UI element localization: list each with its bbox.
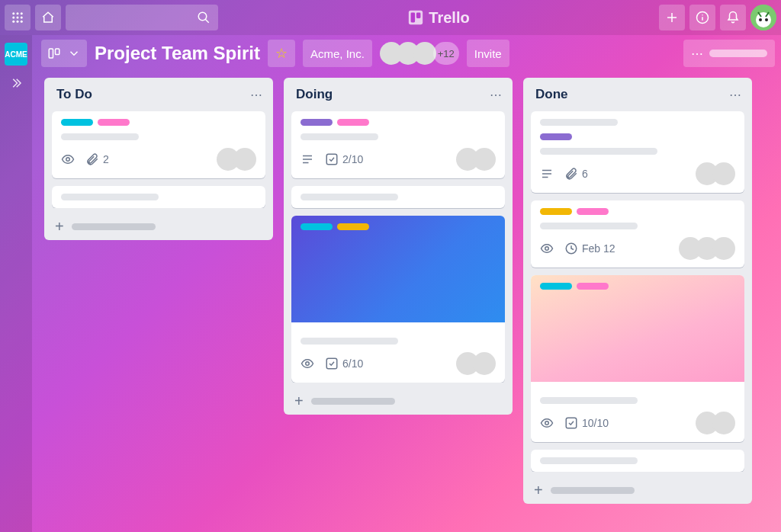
label-cyan[interactable] — [540, 283, 572, 290]
card[interactable] — [52, 186, 265, 208]
card-members — [696, 162, 735, 185]
member-avatar[interactable] — [473, 352, 496, 375]
more-icon: ⋯ — [691, 46, 703, 61]
board-icon — [47, 46, 61, 60]
card-labels — [301, 119, 496, 126]
search-icon — [197, 11, 211, 24]
card[interactable]: 6/10 — [291, 216, 505, 383]
board-menu-button[interactable]: ⋯ — [683, 40, 775, 67]
card-cover — [531, 275, 744, 382]
board-title[interactable]: Project Team Spirit — [95, 43, 260, 64]
card[interactable]: 2/10 — [291, 111, 505, 178]
star-icon: ☆ — [275, 45, 288, 62]
plus-icon: + — [534, 482, 543, 498]
board-view-switcher[interactable] — [41, 40, 87, 67]
card[interactable]: 2 — [52, 111, 265, 178]
card[interactable]: Feb 12 — [531, 200, 744, 268]
label-yellow[interactable] — [337, 223, 369, 230]
svg-point-5 — [21, 17, 23, 19]
description-badge — [301, 152, 314, 166]
svg-point-6 — [12, 21, 14, 23]
star-board-button[interactable]: ☆ — [268, 40, 295, 67]
member-avatar[interactable] — [233, 148, 256, 171]
apps-grid-button[interactable] — [5, 5, 31, 30]
user-avatar[interactable] — [750, 5, 776, 30]
svg-point-7 — [17, 21, 19, 23]
list-title[interactable]: Doing — [296, 87, 333, 102]
card-members — [456, 352, 496, 375]
member-avatar[interactable] — [712, 412, 735, 434]
card[interactable] — [531, 450, 744, 472]
label-yellow[interactable] — [540, 208, 572, 215]
description-icon — [540, 167, 554, 181]
label-pink[interactable] — [337, 119, 369, 126]
workspace-button[interactable]: Acme, Inc. — [303, 40, 372, 67]
card-title-placeholder — [540, 119, 618, 126]
checklist-badge: 6/10 — [325, 357, 363, 370]
svg-point-25 — [66, 158, 70, 162]
card-members — [696, 412, 735, 434]
eye-icon — [301, 357, 314, 370]
plus-icon: + — [55, 219, 64, 234]
svg-rect-38 — [566, 418, 577, 428]
notifications-button[interactable] — [720, 5, 746, 30]
add-card-button[interactable]: + — [291, 390, 505, 409]
card-title-placeholder — [540, 397, 638, 404]
more-members-count[interactable]: +12 — [433, 42, 459, 65]
list-menu-button[interactable]: ⋯ — [250, 88, 262, 102]
label-purple[interactable] — [301, 119, 333, 126]
svg-point-35 — [545, 247, 549, 251]
workspace-badge[interactable]: ACME — [5, 43, 27, 66]
list-title[interactable]: Done — [535, 87, 568, 102]
svg-rect-12 — [411, 13, 416, 23]
eye-icon — [540, 242, 554, 255]
app-name: Trello — [429, 9, 469, 27]
invite-button[interactable]: Invite — [467, 40, 509, 67]
svg-rect-29 — [326, 154, 337, 165]
search-input[interactable] — [66, 5, 218, 30]
card[interactable]: 10/10 — [531, 275, 744, 442]
attachments-badge: 6 — [564, 167, 588, 181]
svg-rect-31 — [326, 358, 337, 369]
card-text-placeholder — [540, 148, 657, 155]
plus-icon — [665, 11, 679, 24]
member-avatar[interactable] — [712, 162, 735, 185]
chevron-down-icon — [67, 46, 81, 60]
card-labels — [61, 119, 256, 126]
top-bar: Trello — [0, 0, 781, 35]
label-cyan[interactable] — [61, 119, 93, 126]
label-cyan[interactable] — [301, 223, 333, 230]
svg-point-2 — [21, 12, 23, 14]
info-button[interactable] — [689, 5, 715, 30]
expand-sidebar-button[interactable] — [9, 76, 23, 92]
add-card-button[interactable]: + — [531, 479, 744, 498]
member-avatar[interactable] — [473, 148, 496, 171]
card-title-placeholder — [540, 223, 638, 229]
checklist-badge: 10/10 — [564, 416, 609, 430]
card-members — [217, 148, 256, 171]
list-done: Done ⋯ 6 — [523, 78, 752, 504]
eye-icon — [61, 152, 75, 166]
board-members[interactable]: +12 — [380, 42, 459, 65]
label-pink[interactable] — [577, 283, 609, 290]
card[interactable]: 6 — [531, 111, 744, 193]
list-menu-button[interactable]: ⋯ — [490, 88, 502, 102]
app-logo: Trello — [223, 9, 654, 27]
list-menu-button[interactable]: ⋯ — [729, 88, 741, 102]
svg-rect-13 — [416, 13, 421, 18]
card-labels — [540, 208, 735, 215]
card[interactable] — [291, 186, 505, 208]
home-button[interactable] — [35, 5, 61, 30]
label-pink[interactable] — [577, 208, 609, 215]
create-button[interactable] — [659, 5, 685, 30]
add-card-button[interactable]: + — [52, 216, 265, 234]
label-purple[interactable] — [540, 133, 572, 140]
member-avatar[interactable] — [712, 237, 735, 260]
svg-rect-23 — [49, 49, 53, 58]
list-to-do: To Do ⋯ 2 — [44, 78, 273, 240]
list-title[interactable]: To Do — [56, 87, 92, 102]
checklist-icon — [325, 152, 339, 166]
label-pink[interactable] — [98, 119, 130, 126]
bell-icon — [726, 11, 740, 24]
card-title-placeholder — [301, 194, 398, 200]
